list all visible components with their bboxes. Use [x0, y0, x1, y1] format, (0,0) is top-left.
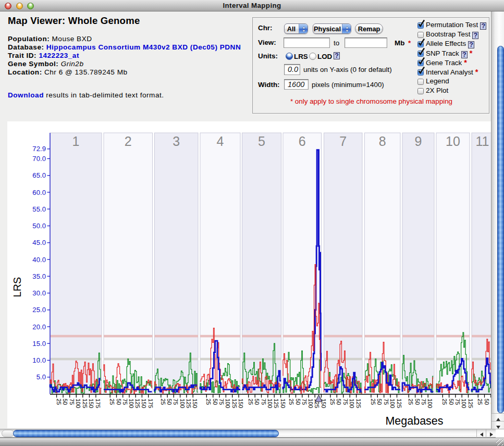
- svg-text:125: 125: [82, 399, 88, 408]
- svg-text:25: 25: [441, 399, 448, 405]
- svg-text:125: 125: [273, 399, 279, 408]
- svg-text:150: 150: [192, 399, 198, 408]
- svg-text:125: 125: [134, 399, 141, 408]
- svg-text:60.0: 60.0: [32, 189, 46, 196]
- svg-text:65.0: 65.0: [32, 171, 46, 179]
- svg-text:100: 100: [128, 399, 134, 408]
- svg-text:100: 100: [427, 399, 433, 408]
- svg-text:100: 100: [461, 399, 467, 408]
- svg-text:72.9: 72.9: [32, 145, 46, 153]
- svg-text:25: 25: [370, 399, 376, 405]
- svg-text:100: 100: [225, 399, 231, 408]
- svg-text:125: 125: [186, 399, 192, 408]
- svg-text:25.0: 25.0: [32, 306, 46, 314]
- svg-text:150: 150: [238, 399, 244, 408]
- svg-text:75: 75: [454, 399, 461, 405]
- svg-text:75: 75: [173, 399, 179, 405]
- svg-text:100: 100: [389, 399, 396, 408]
- svg-text:50: 50: [376, 399, 383, 405]
- svg-text:50: 50: [295, 399, 301, 405]
- svg-text:50: 50: [336, 399, 342, 405]
- svg-text:40.0: 40.0: [32, 256, 46, 264]
- svg-text:50: 50: [62, 399, 68, 405]
- svg-text:8: 8: [379, 134, 386, 148]
- svg-text:125: 125: [231, 399, 238, 408]
- svg-text:175: 175: [147, 399, 154, 408]
- svg-text:7: 7: [339, 134, 347, 148]
- svg-text:75: 75: [342, 399, 349, 405]
- svg-text:5: 5: [258, 134, 265, 148]
- svg-text:5.0: 5.0: [36, 373, 46, 381]
- svg-text:150: 150: [88, 399, 94, 408]
- svg-text:25: 25: [477, 399, 483, 405]
- svg-text:10: 10: [446, 134, 460, 148]
- svg-text:50: 50: [254, 399, 260, 405]
- svg-text:15.0: 15.0: [32, 340, 46, 348]
- svg-text:25: 25: [160, 399, 166, 405]
- svg-text:Megabases: Megabases: [385, 415, 443, 427]
- svg-text:125: 125: [468, 399, 474, 408]
- svg-text:25: 25: [205, 399, 212, 405]
- svg-text:70.0: 70.0: [32, 155, 46, 163]
- svg-text:50: 50: [484, 399, 490, 405]
- svg-text:45.0: 45.0: [32, 239, 46, 246]
- svg-text:25: 25: [56, 399, 62, 405]
- svg-text:125: 125: [355, 399, 362, 408]
- svg-text:50.0: 50.0: [32, 222, 46, 230]
- svg-text:75: 75: [421, 399, 427, 405]
- svg-text:75: 75: [69, 399, 75, 405]
- svg-text:10.0: 10.0: [32, 356, 46, 364]
- svg-text:100: 100: [349, 399, 355, 408]
- svg-text:150: 150: [141, 399, 147, 408]
- svg-text:30.0: 30.0: [32, 289, 46, 297]
- svg-text:150: 150: [280, 399, 286, 408]
- svg-text:55.0: 55.0: [32, 205, 46, 213]
- svg-text:1: 1: [72, 134, 80, 148]
- svg-text:100: 100: [267, 399, 273, 408]
- svg-text:75: 75: [383, 399, 389, 405]
- svg-text:3: 3: [173, 134, 180, 148]
- svg-text:25: 25: [408, 399, 414, 405]
- svg-text:100: 100: [308, 399, 314, 408]
- svg-text:11: 11: [476, 134, 489, 148]
- svg-text:75: 75: [261, 399, 267, 405]
- svg-text:75: 75: [122, 399, 128, 405]
- svg-text:75: 75: [218, 399, 225, 405]
- svg-text:25: 25: [248, 399, 254, 405]
- svg-text:75: 75: [301, 399, 308, 405]
- svg-text:4: 4: [217, 134, 224, 148]
- svg-text:175: 175: [95, 399, 101, 408]
- svg-text:50: 50: [166, 399, 173, 405]
- svg-text:25: 25: [288, 399, 294, 405]
- svg-text:LRS: LRS: [11, 277, 23, 298]
- svg-text:9: 9: [415, 134, 422, 148]
- svg-text:50: 50: [116, 399, 122, 405]
- svg-text:125: 125: [396, 399, 402, 408]
- svg-text:50: 50: [448, 399, 454, 405]
- svg-text:25: 25: [329, 399, 336, 405]
- svg-text:50: 50: [212, 399, 218, 405]
- svg-text:25: 25: [109, 399, 115, 405]
- svg-text:100: 100: [75, 399, 81, 408]
- svg-text:35.0: 35.0: [32, 272, 46, 280]
- svg-text:2: 2: [125, 134, 132, 148]
- svg-text:6: 6: [299, 134, 306, 148]
- svg-text:100: 100: [179, 399, 186, 408]
- svg-text:50: 50: [414, 399, 421, 405]
- svg-text:20.0: 20.0: [32, 323, 46, 331]
